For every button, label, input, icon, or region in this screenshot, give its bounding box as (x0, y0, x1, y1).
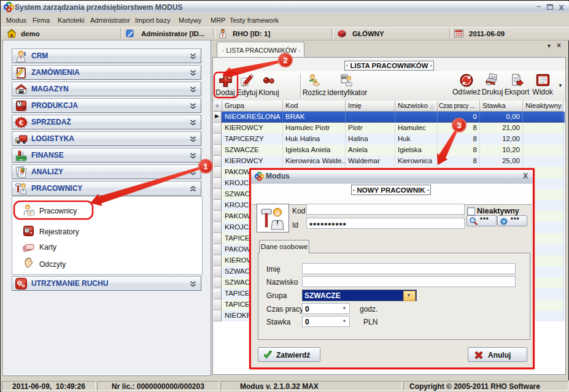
svg-text:€: € (19, 119, 23, 126)
